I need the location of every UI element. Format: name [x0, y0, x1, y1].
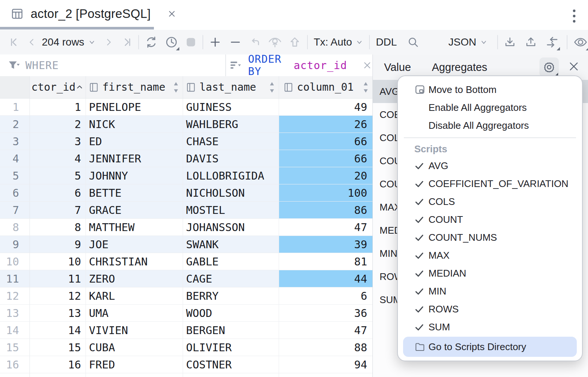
order-by-icon[interactable] — [229, 60, 242, 71]
cell-last-name[interactable]: NICHOLSON — [183, 184, 279, 201]
tx-mode-chevron-icon[interactable] — [356, 38, 363, 46]
cell-last-name[interactable]: BERRY — [183, 287, 279, 304]
export-icon[interactable] — [525, 36, 537, 48]
cell-actor-id[interactable]: 8 — [30, 219, 86, 236]
panel-close-icon[interactable] — [568, 60, 580, 72]
cell-actor-id[interactable]: 2 — [30, 116, 86, 133]
menu-item-rows[interactable]: ROWS — [398, 300, 582, 318]
menu-item-max[interactable]: MAX — [398, 246, 582, 264]
tab-close-icon[interactable] — [167, 9, 177, 19]
cell-last-name[interactable]: WAHLBERG — [183, 116, 279, 133]
cell-column-01[interactable]: 44 — [279, 270, 372, 287]
cell-first-name[interactable]: JOE — [86, 236, 183, 253]
cell-first-name[interactable]: VIVIEN — [86, 322, 183, 339]
table-row[interactable]: 44JENNIFERDAVIS66 — [0, 150, 372, 167]
cell-column-01[interactable]: 26 — [279, 116, 372, 133]
cell-actor-id[interactable]: 9 — [30, 236, 86, 253]
tab-actor2[interactable]: actor_2 [PostgreSQL] — [10, 0, 177, 28]
cell-actor-id[interactable]: 13 — [30, 305, 86, 321]
cell-actor-id[interactable]: 16 — [30, 356, 86, 373]
cell-last-name[interactable]: CAGE — [183, 270, 279, 287]
menu-item-move-to-bottom[interactable]: Move to Bottom — [398, 81, 582, 99]
table-row[interactable]: 1313UMAWOOD36 — [0, 305, 372, 322]
page-size-chevron-icon[interactable] — [88, 38, 96, 46]
table-row[interactable]: 1010CHRISTIANGABLE81 — [0, 253, 372, 270]
table-row[interactable]: 99JOESWANK39 — [0, 236, 372, 253]
cell-last-name[interactable]: WOOD — [183, 305, 279, 321]
table-row[interactable]: 1616FREDCOSTNER94 — [0, 356, 372, 373]
refresh-icon[interactable] — [145, 36, 158, 49]
cell-last-name[interactable]: OLIVIER — [183, 339, 279, 356]
ddl-button[interactable]: DDL — [376, 36, 397, 48]
delete-row-icon[interactable] — [229, 36, 241, 48]
cell-actor-id[interactable]: 14 — [30, 322, 86, 339]
cell-first-name[interactable]: GRACE — [86, 202, 183, 218]
cell-column-01[interactable]: 47 — [279, 219, 372, 236]
cell-first-name[interactable]: CUBA — [86, 339, 183, 356]
query-history-icon[interactable] — [165, 36, 178, 49]
export-format-label[interactable]: JSON — [448, 36, 476, 48]
cell-first-name[interactable]: CHRISTIAN — [86, 253, 183, 270]
cell-actor-id[interactable]: 1 — [30, 99, 86, 115]
where-label[interactable]: WHERE — [25, 59, 59, 72]
cell-last-name[interactable]: GABLE — [183, 253, 279, 270]
cell-last-name[interactable]: GUINESS — [183, 99, 279, 115]
cell-column-01[interactable]: 86 — [279, 202, 372, 218]
add-row-icon[interactable] — [209, 36, 221, 48]
compare-icon[interactable] — [546, 36, 558, 49]
cell-column-01[interactable]: 100 — [279, 184, 372, 201]
cell-actor-id[interactable]: 15 — [30, 339, 86, 356]
cell-first-name[interactable]: PENELOPE — [86, 99, 183, 115]
menu-item-count[interactable]: COUNT — [398, 211, 582, 228]
sort-toggle-icon[interactable] — [269, 82, 275, 93]
cell-first-name[interactable]: UMA — [86, 305, 183, 321]
menu-item-coefficient_of_variation[interactable]: COEFFICIENT_OF_VARIATION — [398, 175, 582, 193]
order-by-column[interactable]: actor_id — [294, 59, 347, 72]
cell-last-name[interactable]: SWANK — [183, 236, 279, 253]
cell-first-name[interactable]: JOHNNY — [86, 167, 183, 184]
cell-column-01[interactable]: 36 — [279, 305, 372, 321]
table-row[interactable]: 1212KARLBERRY6 — [0, 287, 372, 305]
cell-last-name[interactable]: DAVIS — [183, 150, 279, 167]
cell-last-name[interactable]: COSTNER — [183, 356, 279, 373]
cell-last-name[interactable]: CHASE — [183, 133, 279, 150]
cell-first-name[interactable]: MATTHEW — [86, 219, 183, 236]
order-by-keyword[interactable]: ORDER BY — [248, 53, 288, 78]
filter-funnel-icon[interactable] — [7, 59, 20, 72]
column-header-last-name[interactable]: last_name — [183, 76, 279, 98]
menu-item-go-to-scripts-directory[interactable]: Go to Scripts Directory — [403, 337, 577, 357]
menu-item-min[interactable]: MIN — [398, 282, 582, 300]
cell-actor-id[interactable]: 5 — [30, 167, 86, 184]
table-row[interactable]: 1515CUBAOLIVIER88 — [0, 339, 372, 356]
cell-column-01[interactable]: 6 — [279, 287, 372, 304]
cell-column-01[interactable]: 47 — [279, 322, 372, 339]
sort-toggle-icon[interactable] — [363, 82, 369, 93]
cell-last-name[interactable]: LOLLOBRIGIDA — [183, 167, 279, 184]
cell-last-name[interactable]: MOSTEL — [183, 202, 279, 218]
table-row[interactable]: 33EDCHASE66 — [0, 133, 372, 150]
column-header-actor-id[interactable]: ctor_id — [30, 76, 86, 98]
cell-first-name[interactable]: NICK — [86, 116, 183, 133]
table-row[interactable]: 22NICKWAHLBERG26 — [0, 116, 372, 133]
search-icon[interactable] — [407, 36, 419, 48]
cell-column-01[interactable]: 66 — [279, 133, 372, 150]
sort-ascending-icon[interactable] — [75, 83, 84, 91]
cell-last-name[interactable]: JOHANSSON — [183, 219, 279, 236]
cell-first-name[interactable]: BETTE — [86, 184, 183, 201]
cell-first-name[interactable]: ED — [86, 133, 183, 150]
column-header-column-01[interactable]: column_01 — [279, 76, 372, 98]
order-by-close-icon[interactable] — [362, 60, 372, 71]
cell-actor-id[interactable]: 6 — [30, 184, 86, 201]
menu-item-avg[interactable]: AVG — [398, 157, 582, 175]
import-icon[interactable] — [504, 36, 516, 48]
cell-first-name[interactable]: FRED — [86, 356, 183, 373]
cell-actor-id[interactable]: 12 — [30, 287, 86, 304]
cell-actor-id[interactable]: 4 — [30, 150, 86, 167]
last-page-icon[interactable] — [121, 37, 132, 48]
tx-mode-label[interactable]: Tx: Auto — [314, 36, 352, 48]
menu-item-median[interactable]: MEDIAN — [398, 264, 582, 282]
more-options-icon[interactable] — [572, 8, 577, 24]
export-format-chevron-icon[interactable] — [480, 38, 488, 46]
cell-actor-id[interactable]: 7 — [30, 202, 86, 218]
cell-actor-id[interactable]: 10 — [30, 253, 86, 270]
